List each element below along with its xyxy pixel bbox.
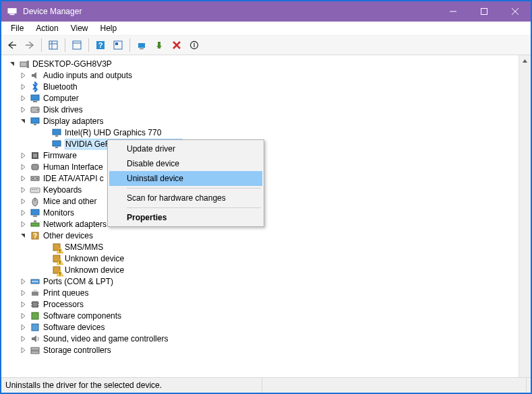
svg-text:?: ?: [98, 41, 103, 49]
svg-rect-27: [53, 129, 61, 135]
tree-category[interactable]: Bluetooth: [4, 81, 519, 92]
tree-category[interactable]: Audio inputs and outputs: [4, 69, 519, 81]
computer-icon: [19, 59, 30, 69]
forward-button[interactable]: [22, 37, 38, 53]
chevron-right-icon[interactable]: [18, 150, 28, 161]
svg-rect-9: [73, 41, 81, 49]
svg-rect-45: [31, 223, 39, 226]
svg-rect-22: [33, 101, 37, 102]
chevron-right-icon[interactable]: [18, 333, 28, 344]
tree-category-label: Software devices: [43, 323, 105, 332]
tree-category-label: Computer: [43, 94, 79, 103]
tree-category[interactable]: Display adapters: [4, 115, 519, 127]
chevron-right-icon[interactable]: [18, 207, 28, 218]
tree-category-label: Sound, video and game controllers: [43, 334, 168, 343]
tree-category-label: Disk drives: [43, 105, 83, 114]
chevron-right-icon[interactable]: [18, 299, 28, 310]
tree-category-label: Other devices: [43, 231, 93, 240]
chevron-right-icon[interactable]: [18, 173, 28, 184]
tree-category[interactable]: Sound, video and game controllers: [4, 333, 519, 344]
minimize-button[interactable]: [438, 1, 469, 22]
disk-icon: [30, 104, 40, 115]
chevron-right-icon[interactable]: [18, 185, 28, 195]
svg-rect-37: [30, 188, 40, 193]
menu-file[interactable]: File: [5, 22, 29, 34]
storage-icon: [30, 345, 40, 356]
tree-category[interactable]: Storage controllers: [4, 344, 519, 356]
tree-category[interactable]: Computer: [4, 92, 519, 104]
update-driver-button[interactable]: [134, 37, 150, 53]
disable-device-button[interactable]: [186, 37, 202, 53]
chevron-right-icon[interactable]: [18, 276, 28, 287]
chevron-right-icon[interactable]: [18, 162, 28, 172]
chevron-right-icon[interactable]: [18, 93, 28, 104]
svg-rect-0: [8, 9, 16, 13]
enable-device-button[interactable]: [151, 37, 167, 53]
context-menu-item[interactable]: Scan for hardware changes: [109, 191, 262, 205]
tree-device[interactable]: !SMS/MMS: [4, 241, 519, 253]
sound-icon: [30, 333, 40, 344]
titlebar[interactable]: Device Manager: [1, 1, 531, 22]
svg-rect-38: [32, 189, 33, 190]
tree-root[interactable]: DESKTOP-GGH8V3P: [4, 58, 519, 69]
tree-device-label: Unknown device: [65, 265, 124, 275]
chevron-right-icon[interactable]: [18, 219, 28, 230]
tree-device[interactable]: Intel(R) UHD Graphics 770: [4, 127, 519, 138]
svg-point-56: [32, 281, 34, 282]
scan-hardware-button[interactable]: [110, 37, 126, 53]
show-hide-tree-button[interactable]: [45, 37, 61, 53]
app-icon: [7, 6, 18, 17]
maximize-button[interactable]: [469, 1, 500, 22]
chevron-right-icon[interactable]: [18, 322, 28, 333]
client-area: DESKTOP-GGH8V3PAudio inputs and outputsB…: [1, 55, 531, 379]
tree-category-label: Processors: [43, 300, 84, 309]
tree-category[interactable]: Software devices: [4, 321, 519, 333]
chevron-down-icon[interactable]: [7, 59, 18, 69]
vertical-scrollbar[interactable]: [519, 55, 531, 379]
ide-icon: [30, 173, 40, 184]
tree-category[interactable]: ?Other devices: [4, 230, 519, 241]
tree-root-label: DESKTOP-GGH8V3P: [32, 59, 112, 69]
chevron-down-icon[interactable]: [18, 116, 28, 127]
chevron-right-icon[interactable]: [18, 196, 28, 207]
svg-text:!: !: [59, 271, 61, 276]
context-menu-item[interactable]: Disable device: [109, 156, 262, 171]
menu-action[interactable]: Action: [30, 22, 63, 34]
context-menu-item[interactable]: Uninstall device: [109, 171, 262, 186]
back-button[interactable]: [4, 37, 20, 53]
chevron-right-icon[interactable]: [18, 288, 28, 298]
svg-text:!: !: [59, 249, 61, 253]
tree-category[interactable]: Disk drives: [4, 104, 519, 115]
context-menu-item[interactable]: Properties: [109, 210, 262, 225]
close-button[interactable]: [500, 1, 531, 22]
menu-view[interactable]: View: [65, 22, 94, 34]
tree-category[interactable]: Print queues: [4, 287, 519, 298]
tree-category[interactable]: Software components: [4, 310, 519, 321]
svg-rect-43: [31, 209, 39, 215]
properties-button[interactable]: [69, 37, 85, 53]
tree-category[interactable]: Processors: [4, 298, 519, 310]
chevron-right-icon[interactable]: [18, 81, 28, 92]
audio-icon: [30, 70, 40, 81]
svg-rect-15: [138, 43, 145, 48]
tree-category[interactable]: Ports (COM & LPT): [4, 275, 519, 287]
toolbar-separator: [65, 38, 65, 52]
chevron-right-icon[interactable]: [18, 104, 28, 115]
tree-device[interactable]: !Unknown device: [4, 264, 519, 275]
scroll-up-arrow[interactable]: [519, 55, 531, 67]
device-icon: !: [51, 253, 62, 264]
tree-device[interactable]: !Unknown device: [4, 253, 519, 264]
chevron-right-icon[interactable]: [18, 310, 28, 321]
uninstall-device-button[interactable]: [169, 37, 185, 53]
help-button[interactable]: ?: [92, 37, 109, 53]
context-menu-item[interactable]: Update driver: [109, 141, 262, 156]
chevron-right-icon[interactable]: [18, 345, 28, 356]
svg-point-58: [36, 281, 38, 282]
svg-rect-32: [33, 154, 37, 158]
chevron-right-icon[interactable]: [18, 70, 28, 81]
computer-icon: [30, 93, 40, 104]
toolbar-separator: [129, 38, 130, 52]
chevron-down-icon[interactable]: [18, 230, 28, 241]
svg-rect-40: [36, 189, 37, 190]
menu-help[interactable]: Help: [95, 22, 123, 34]
